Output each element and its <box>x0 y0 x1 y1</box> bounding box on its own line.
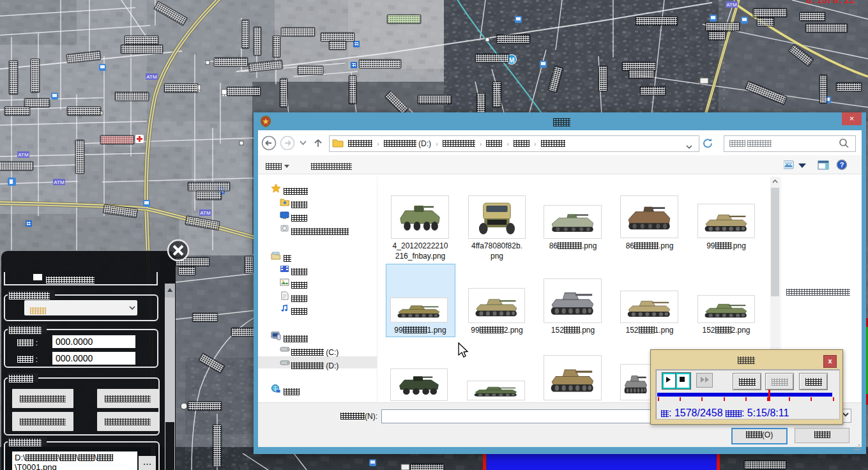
svg-text:ATM: ATM <box>18 152 29 158</box>
svg-text:8:15/8:11: 8:15/8:11 <box>806 0 855 6</box>
svg-text:ATM: ATM <box>54 179 65 185</box>
svg-text:ATM: ATM <box>146 74 157 80</box>
svg-text:ATM: ATM <box>726 2 737 8</box>
svg-text:M: M <box>508 56 514 64</box>
svg-text:ATM: ATM <box>200 210 211 216</box>
svg-text:?: ? <box>840 161 844 169</box>
